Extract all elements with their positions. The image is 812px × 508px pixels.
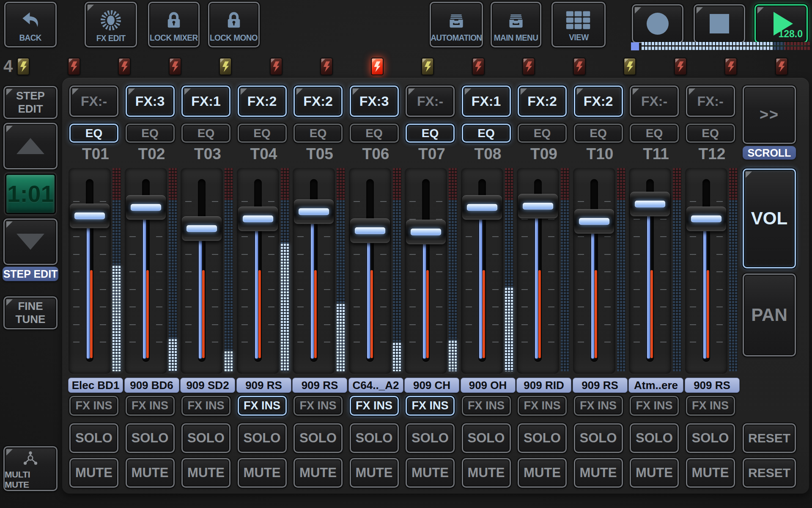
fx-slot-button[interactable]: FX:- [406, 86, 455, 117]
step-pad[interactable] [724, 58, 737, 75]
solo-button[interactable]: SOLO [406, 423, 455, 453]
fader-cap[interactable] [126, 195, 166, 220]
fx-insert-button[interactable]: FX INS [69, 396, 118, 416]
main-menu-button[interactable]: MAIN MENU [491, 2, 541, 47]
fx-slot-button[interactable]: FX:- [69, 86, 118, 117]
step-pad[interactable] [522, 58, 535, 75]
mute-button[interactable]: MUTE [181, 458, 230, 488]
solo-button[interactable]: SOLO [518, 423, 567, 453]
lock-mixer-button[interactable]: LOCK MIXER [148, 2, 200, 47]
mute-button[interactable]: MUTE [294, 458, 343, 488]
eq-button[interactable]: EQ [406, 124, 455, 143]
solo-button[interactable]: SOLO [181, 423, 230, 453]
mute-button[interactable]: MUTE [462, 458, 511, 488]
back-button[interactable]: BACK [4, 2, 57, 47]
fx-insert-button[interactable]: FX INS [630, 396, 679, 416]
fx-slot-button[interactable]: FX:2 [574, 86, 623, 117]
fx-insert-button[interactable]: FX INS [181, 396, 230, 416]
fader-cap[interactable] [630, 192, 670, 216]
mute-button[interactable]: MUTE [350, 458, 399, 488]
fader-cap[interactable] [70, 204, 110, 228]
volume-fader[interactable] [349, 168, 391, 374]
mute-button[interactable]: MUTE [406, 458, 455, 488]
sample-name-chip[interactable]: Elec BD1 [68, 378, 123, 393]
sample-name-chip[interactable]: 909 CH [404, 378, 459, 393]
record-button[interactable] [632, 4, 683, 43]
volume-fader[interactable] [293, 168, 335, 374]
solo-button[interactable]: SOLO [294, 423, 343, 453]
step-pad[interactable] [421, 58, 434, 75]
eq-button[interactable]: EQ [350, 124, 399, 143]
scroll-right-button[interactable]: >> [743, 86, 796, 144]
solo-button[interactable]: SOLO [350, 423, 399, 453]
solo-button[interactable]: SOLO [630, 423, 679, 453]
fx-insert-button[interactable]: FX INS [574, 396, 623, 416]
mute-button[interactable]: MUTE [69, 458, 118, 488]
step-pad[interactable] [17, 58, 30, 75]
fader-cap[interactable] [294, 199, 334, 224]
mute-button[interactable]: MUTE [238, 458, 287, 488]
volume-fader[interactable] [685, 168, 727, 374]
solo-button[interactable]: SOLO [69, 423, 118, 453]
fx-slot-button[interactable]: FX:2 [518, 86, 567, 117]
step-down-button[interactable] [3, 218, 58, 265]
eq-button[interactable]: EQ [126, 124, 175, 143]
reset-solo-button[interactable]: RESET [743, 423, 796, 453]
volume-fader[interactable] [461, 168, 503, 374]
eq-button[interactable]: EQ [574, 124, 623, 143]
eq-button[interactable]: EQ [462, 124, 511, 143]
fx-insert-button[interactable]: FX INS [238, 396, 287, 416]
play-button[interactable]: 128.0 [754, 4, 808, 43]
fader-cap[interactable] [182, 216, 222, 241]
fader-cap[interactable] [406, 220, 446, 244]
solo-button[interactable]: SOLO [686, 423, 735, 453]
multi-mute-button[interactable]: MULTI MUTE [3, 446, 58, 491]
volume-fader[interactable] [629, 168, 671, 374]
fx-slot-button[interactable]: FX:2 [294, 86, 343, 117]
eq-button[interactable]: EQ [181, 124, 230, 143]
fx-insert-button[interactable]: FX INS [294, 396, 343, 416]
volume-fader[interactable] [69, 168, 111, 374]
fader-cap[interactable] [350, 218, 390, 243]
eq-button[interactable]: EQ [69, 124, 118, 143]
sample-name-chip[interactable]: Atm..ere [628, 378, 683, 393]
sample-name-chip[interactable]: 909 RS [292, 378, 347, 393]
sample-name-chip[interactable]: 909 RS [236, 378, 291, 393]
fx-edit-button[interactable]: FX EDIT [85, 2, 137, 47]
step-pad[interactable] [320, 58, 333, 75]
solo-button[interactable]: SOLO [574, 423, 623, 453]
step-up-button[interactable] [3, 123, 58, 169]
sample-name-chip[interactable]: 909 RID [516, 378, 571, 393]
pan-mode-button[interactable]: PAN [743, 273, 796, 356]
volume-fader[interactable] [573, 168, 615, 374]
fx-slot-button[interactable]: FX:- [686, 86, 735, 117]
fader-cap[interactable] [238, 207, 278, 231]
eq-button[interactable]: EQ [294, 124, 343, 143]
eq-button[interactable]: EQ [686, 124, 735, 143]
mute-button[interactable]: MUTE [518, 458, 567, 488]
eq-button[interactable]: EQ [238, 124, 287, 143]
solo-button[interactable]: SOLO [462, 423, 511, 453]
fx-insert-button[interactable]: FX INS [350, 396, 399, 416]
sample-name-chip[interactable]: 909 OH [461, 378, 516, 393]
fx-slot-button[interactable]: FX:1 [462, 86, 511, 117]
fx-slot-button[interactable]: FX:3 [350, 86, 399, 117]
fader-cap[interactable] [574, 209, 614, 234]
eq-button[interactable]: EQ [630, 124, 679, 143]
sample-name-chip[interactable]: 909 RS [573, 378, 628, 393]
step-edit-button[interactable]: STEP EDIT [3, 86, 58, 119]
mute-button[interactable]: MUTE [126, 458, 175, 488]
lock-mono-button[interactable]: LOCK MONO [208, 2, 260, 47]
fader-cap[interactable] [462, 195, 502, 220]
fx-insert-button[interactable]: FX INS [518, 396, 567, 416]
vol-mode-button[interactable]: VOL [743, 168, 796, 268]
mute-button[interactable]: MUTE [686, 458, 735, 488]
step-pad[interactable] [775, 58, 788, 75]
fader-cap[interactable] [518, 194, 558, 218]
solo-button[interactable]: SOLO [126, 423, 175, 453]
step-pad[interactable] [169, 58, 181, 75]
fx-insert-button[interactable]: FX INS [406, 396, 455, 416]
volume-fader[interactable] [237, 168, 279, 374]
fx-insert-button[interactable]: FX INS [686, 396, 735, 416]
sample-name-chip[interactable]: 909 BD6 [124, 378, 179, 393]
